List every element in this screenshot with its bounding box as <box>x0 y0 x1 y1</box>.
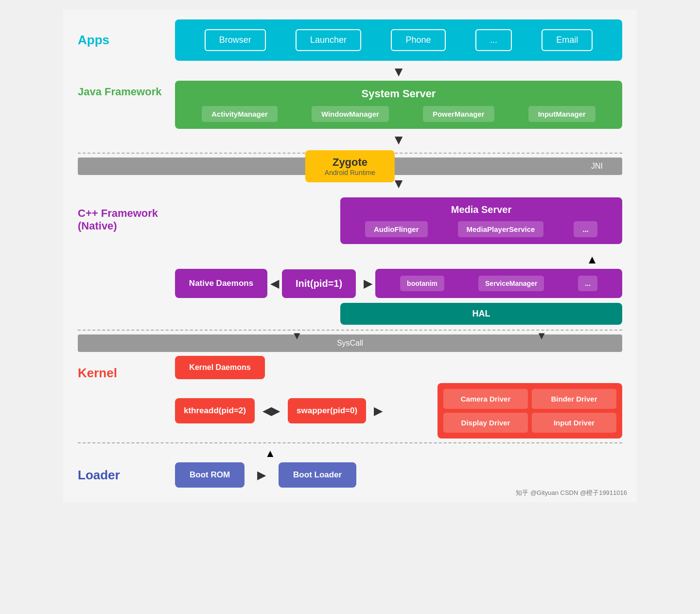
syscall-label: SysCall <box>337 339 363 348</box>
services-items: bootanim ServiceManager ... <box>383 276 614 291</box>
arrow-bootrom-to-bootloader: ▶ <box>257 468 266 482</box>
ms-dots: ... <box>574 221 597 237</box>
arrow-ss-to-zygote: ▼ <box>392 133 405 147</box>
cpp-section: C++ Framework (Native) Media Server Audi… <box>78 197 622 325</box>
system-server-title: System Server <box>185 88 612 100</box>
app-email: Email <box>542 29 593 51</box>
hal-box: HAL <box>340 303 622 325</box>
java-framework-label: Java Framework <box>78 81 175 98</box>
java-framework-content: System Server ActivityManager WindowMana… <box>175 81 622 129</box>
ss-window-manager: WindowManager <box>312 106 389 122</box>
kernel-section: Kernel Kernel Daemons kthreadd(pid=2) ◀▶… <box>78 356 622 439</box>
kernel-content: Kernel Daemons kthreadd(pid=2) ◀▶ swappe… <box>175 356 622 439</box>
camera-driver: Camera Driver <box>443 389 528 409</box>
svc-dots: ... <box>578 276 597 291</box>
system-server-box: System Server ActivityManager WindowMana… <box>175 81 622 129</box>
arrow-init-to-services: ▶ <box>364 277 372 290</box>
arrow-up-to-media-server: ▲ <box>586 253 598 266</box>
drivers-box: Camera Driver Binder Driver Display Driv… <box>438 383 622 439</box>
input-driver: Input Driver <box>532 413 616 433</box>
app-browser: Browser <box>205 29 266 51</box>
app-launcher: Launcher <box>296 29 361 51</box>
apps-layer: Apps Browser Launcher Phone ... Email <box>78 19 622 61</box>
swapper-box: swapper(pid=0) <box>288 398 366 423</box>
java-framework-section: Java Framework System Server ActivityMan… <box>78 81 622 129</box>
media-server-items: AudioFlinger MediaPlayerService ... <box>350 221 612 237</box>
arrow-swapper-to-drivers: ▶ <box>374 404 383 418</box>
ss-activity-manager: ActivityManager <box>202 106 278 122</box>
app-dots: ... <box>475 29 512 51</box>
ms-mediaplayer-service: MediaPlayerService <box>458 221 544 237</box>
apps-label: Apps <box>78 33 175 48</box>
init-row: Native Daemons ◀ Init(pid=1) ▶ bootanim … <box>175 269 622 298</box>
ms-audio-flinger: AudioFlinger <box>365 221 428 237</box>
init-box: Init(pid=1) <box>282 269 356 298</box>
svc-service-manager: ServiceManager <box>478 276 544 291</box>
watermark: 知乎 @Gityuan CSDN @橙子19911016 <box>516 489 627 497</box>
arrow-swapper-up: ▲ <box>265 447 276 460</box>
kthreadd-box: kthreadd(pid=2) <box>175 398 255 423</box>
divider-3 <box>78 442 622 443</box>
zygote-title: Zygote <box>325 156 375 169</box>
arrow-hal-through-syscall: ▼ <box>536 330 547 342</box>
cpp-framework-content: Media Server AudioFlinger MediaPlayerSer… <box>175 197 622 325</box>
arrow-apps-to-ss: ▼ <box>392 65 405 79</box>
zygote-box: Zygote Android Runtime <box>305 150 395 182</box>
arrow-init-through-syscall: ▼ <box>292 330 302 342</box>
svc-bootanim: bootanim <box>400 276 444 291</box>
media-server-title: Media Server <box>350 204 612 215</box>
diagram-container: Apps Browser Launcher Phone ... Email ▼ … <box>63 10 637 502</box>
app-phone: Phone <box>391 29 445 51</box>
boot-loader-box: Boot Loader <box>279 462 356 488</box>
binder-driver: Binder Driver <box>532 389 616 409</box>
zygote-jni-section: JNI Zygote Android Runtime <box>78 158 622 175</box>
jni-label: JNI <box>591 162 603 171</box>
ss-input-manager: InputManager <box>528 106 595 122</box>
kernel-main-row: kthreadd(pid=2) ◀▶ swapper(pid=0) ▶ Came… <box>175 383 622 439</box>
display-driver: Display Driver <box>443 413 528 433</box>
cpp-framework-label: C++ Framework (Native) <box>78 197 175 232</box>
native-daemons-box: Native Daemons <box>175 269 267 298</box>
kernel-label: Kernel <box>78 356 175 381</box>
loader-section: Loader Boot ROM ▶ Boot Loader <box>78 462 622 488</box>
kernel-daemons-box: Kernel Daemons <box>175 356 265 379</box>
media-server-box: Media Server AudioFlinger MediaPlayerSer… <box>340 197 622 244</box>
boot-rom-box: Boot ROM <box>175 462 245 488</box>
loader-label: Loader <box>78 468 175 483</box>
apps-box: Browser Launcher Phone ... Email <box>175 19 622 61</box>
syscall-bar-wrapper: SysCall ▼ ▼ <box>78 334 622 352</box>
arrow-nd-to-init: ◀ <box>270 277 279 290</box>
arrow-kthreadd-swapper: ◀▶ <box>262 404 280 418</box>
services-box: bootanim ServiceManager ... <box>375 269 622 298</box>
ss-power-manager: PowerManager <box>423 106 494 122</box>
zygote-sub: Android Runtime <box>325 169 375 176</box>
loader-content: Boot ROM ▶ Boot Loader <box>175 462 622 488</box>
system-server-items: ActivityManager WindowManager PowerManag… <box>185 106 612 122</box>
